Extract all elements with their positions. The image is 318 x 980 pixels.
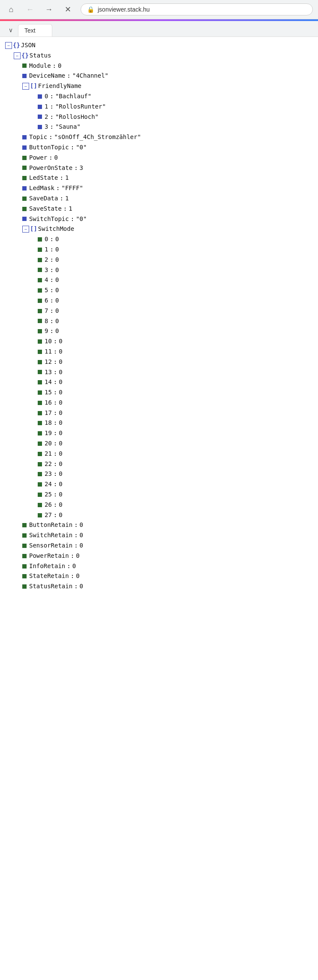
sm-item-22: 22:0 — [38, 459, 313, 469]
bullet-sm-23 — [38, 472, 42, 476]
field-topic: Topic : "sOnOff_4Ch_Stromzähler" — [22, 132, 313, 142]
sm-item-23: 23:0 — [38, 469, 313, 479]
browser-chrome: ⌂ ← → ✕ 🔒 jsonviewer.stack.hu — [0, 0, 318, 19]
bullet-sm-8 — [38, 319, 42, 323]
sm-item-4: 4:0 — [38, 275, 313, 285]
sm-item-24: 24:0 — [38, 479, 313, 490]
tab-dropdown-button[interactable]: ∨ — [3, 24, 18, 36]
field-switchmode: − [] SwitchMode — [22, 224, 313, 234]
bullet-sm-16 — [38, 401, 42, 405]
fn-item-0: 0 : "Bachlauf" — [38, 91, 313, 102]
field-poweronstate: PowerOnState : 3 — [22, 163, 313, 173]
bullet-sm-25 — [38, 493, 42, 497]
sm-item-11: 11:0 — [38, 347, 313, 357]
status-bracket: {} — [21, 51, 29, 61]
field-devicename: DeviceName : "4Channel" — [22, 71, 313, 81]
switchmode-label: SwitchMode — [38, 224, 74, 234]
bullet-sm-0 — [38, 237, 42, 242]
sm-item-26: 26:0 — [38, 500, 313, 510]
field-inforetain: InfoRetain:0 — [22, 561, 313, 572]
field-buttontopic: ButtonTopic : "0" — [22, 142, 313, 153]
field-stateretain: StateRetain:0 — [22, 571, 313, 581]
close-button[interactable]: ✕ — [62, 3, 74, 15]
bullet-sm-14 — [38, 380, 42, 384]
bullet-sm-11 — [38, 350, 42, 354]
sm-item-9: 9:0 — [38, 326, 313, 336]
url-text: jsonviewer.stack.hu — [98, 6, 150, 13]
bullet-sm-9 — [38, 329, 42, 333]
friendlyname-toggle[interactable]: − — [22, 83, 29, 90]
sm-item-17: 17:0 — [38, 408, 313, 418]
bullet-sm-27 — [38, 513, 42, 517]
field-friendlyname: − [] FriendlyName — [22, 81, 313, 91]
field-buttonretain: ButtonRetain:0 — [22, 520, 313, 530]
field-power: Power : 0 — [22, 153, 313, 163]
field-sensorretain: SensorRetain:0 — [22, 541, 313, 551]
sm-item-20: 20:0 — [38, 439, 313, 449]
root-label: JSON — [21, 40, 36, 51]
sm-item-19: 19:0 — [38, 428, 313, 439]
json-viewer: − {} JSON − {} Status Module : 0 DeviceN… — [0, 37, 318, 595]
bullet-sm-6 — [38, 299, 42, 303]
field-statusretain: StatusRetain:0 — [22, 581, 313, 592]
friendlyname-items: 0 : "Bachlauf" 1 : "RollosRunter" 2 : "R… — [22, 91, 313, 132]
sm-item-25: 25:0 — [38, 490, 313, 500]
field-savestate: SaveState : 1 — [22, 204, 313, 214]
bullet-sm-15 — [38, 390, 42, 395]
sm-item-1: 1:0 — [38, 245, 313, 255]
bullet-sm-4 — [38, 278, 42, 282]
tab-bar: ∨ Text — [0, 21, 318, 37]
sm-item-7: 7:0 — [38, 306, 313, 316]
bullet-sm-5 — [38, 288, 42, 293]
sm-item-18: 18:0 — [38, 418, 313, 428]
bullet-module — [22, 64, 27, 68]
tab-text[interactable]: Text — [18, 24, 52, 36]
bullet-sm-3 — [38, 268, 42, 272]
sm-item-15: 15:0 — [38, 387, 313, 398]
switchmode-items: 0:01:02:03:04:05:06:07:08:09:010:011:012… — [22, 234, 313, 520]
switchmode-toggle[interactable]: − — [22, 226, 29, 233]
field-switchretain: SwitchRetain:0 — [22, 530, 313, 541]
sm-item-8: 8:0 — [38, 316, 313, 327]
bullet-sm-20 — [38, 442, 42, 446]
bullet-sm-19 — [38, 431, 42, 436]
sm-item-6: 6:0 — [38, 296, 313, 306]
bullet-sm-13 — [38, 370, 42, 374]
fn-item-2: 2 : "RollosHoch" — [38, 112, 313, 122]
fn-item-1: 1 : "RollosRunter" — [38, 102, 313, 112]
fn-item-3: 3 : "Sauna" — [38, 122, 313, 132]
bullet-sm-17 — [38, 411, 42, 415]
field-switchtopic: SwitchTopic : "0" — [22, 214, 313, 224]
field-powerretain: PowerRetain:0 — [22, 551, 313, 561]
home-button[interactable]: ⌂ — [5, 3, 17, 15]
field-savedata: SaveData : 1 — [22, 194, 313, 204]
bullet-sm-2 — [38, 258, 42, 262]
bullet-sm-7 — [38, 309, 42, 313]
browser-toolbar: ⌂ ← → ✕ 🔒 jsonviewer.stack.hu — [0, 0, 318, 19]
sm-item-14: 14:0 — [38, 377, 313, 387]
bullet-sm-10 — [38, 339, 42, 344]
status-fields: Module : 0 DeviceName : "4Channel" − [] … — [14, 61, 313, 592]
root-toggle[interactable]: − — [5, 42, 12, 49]
bullet-sm-18 — [38, 421, 42, 425]
bullet-sm-21 — [38, 452, 42, 456]
status-label: Status — [30, 51, 51, 61]
sm-item-21: 21:0 — [38, 449, 313, 459]
forward-button[interactable]: → — [43, 3, 55, 15]
root-json-row: − {} JSON — [5, 40, 313, 51]
bullet-sm-24 — [38, 482, 42, 487]
sm-item-0: 0:0 — [38, 234, 313, 245]
bullet-sm-12 — [38, 360, 42, 364]
sm-item-27: 27:0 — [38, 510, 313, 520]
sm-item-3: 3:0 — [38, 265, 313, 275]
root-bracket: {} — [13, 40, 20, 51]
field-module: Module : 0 — [22, 61, 313, 71]
sm-item-13: 13:0 — [38, 367, 313, 378]
back-button[interactable]: ← — [24, 3, 36, 15]
sm-item-2: 2:0 — [38, 255, 313, 265]
address-bar[interactable]: 🔒 jsonviewer.stack.hu — [81, 3, 313, 15]
bullet-sm-26 — [38, 503, 42, 507]
lock-icon: 🔒 — [87, 6, 94, 13]
status-toggle[interactable]: − — [14, 52, 21, 59]
bullet-sm-22 — [38, 462, 42, 466]
